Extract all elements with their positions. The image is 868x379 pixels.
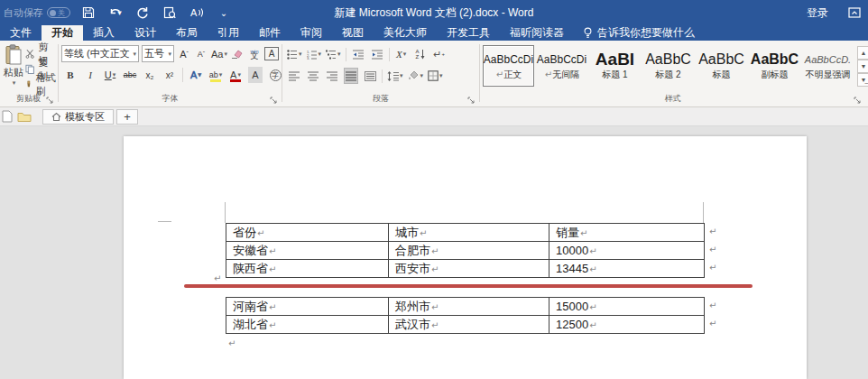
redo-icon[interactable]	[134, 4, 152, 22]
shrink-font-button[interactable]: Aˇ	[194, 46, 208, 62]
shading-button[interactable]: ▾	[408, 68, 424, 84]
table-cell[interactable]: 合肥市↵	[389, 242, 549, 260]
font-name-combo[interactable]: 等线 (中文正文▾	[61, 45, 139, 62]
tell-me-box[interactable]: 告诉我你想要做什么	[574, 25, 704, 41]
ribbon-display-options-icon[interactable]	[848, 7, 861, 18]
superscript-button[interactable]: x²	[162, 67, 177, 83]
table-sales-1[interactable]: 省份↵ 城市↵ 销量↵ 安徽省↵ 合肥市↵ 10000↵ 陕西省↵ 西安市↵ 1…	[226, 223, 705, 278]
style-subtitle[interactable]: AaBbC 副标题	[749, 45, 800, 87]
character-border-button[interactable]: A	[264, 47, 279, 60]
italic-button[interactable]: I	[83, 67, 97, 83]
change-case-button[interactable]: Aa▾	[211, 46, 227, 62]
tab-layout[interactable]: 布局	[166, 25, 208, 41]
show-hide-marks-button[interactable]: ↵+	[432, 46, 447, 62]
tab-references[interactable]: 引用	[208, 25, 249, 41]
clipboard-dialog-launcher-icon[interactable]	[46, 97, 54, 105]
styles-scroll-down-icon[interactable]: ▼	[857, 60, 868, 73]
text-effects-button[interactable]: A▾	[189, 67, 203, 83]
align-center-button[interactable]	[306, 68, 320, 84]
bullets-button[interactable]: ▾	[287, 46, 302, 62]
save-icon[interactable]	[79, 4, 97, 22]
new-tab-button[interactable]: +	[116, 109, 138, 125]
table-cell[interactable]: 12500↵	[549, 316, 705, 334]
tab-foxit-reader[interactable]: 福昕阅读器	[500, 25, 574, 41]
strikethrough-button[interactable]: abc	[123, 67, 137, 83]
style-heading2[interactable]: AaBbC 标题 2	[642, 45, 694, 87]
table-sales-2[interactable]: 河南省↵ 郑州市↵ 15000↵ 湖北省↵ 武汉市↵ 12500↵	[226, 297, 705, 334]
tab-developer[interactable]: 开发工具	[437, 25, 500, 41]
table-cell[interactable]: 河南省↵	[226, 298, 389, 316]
increase-indent-button[interactable]	[370, 46, 384, 62]
tab-view[interactable]: 视图	[332, 25, 374, 41]
asian-layout-button[interactable]: X▾	[394, 46, 409, 62]
styles-dialog-launcher-icon[interactable]	[854, 97, 862, 105]
tab-home[interactable]: 开始	[42, 25, 83, 41]
paragraph-dialog-launcher-icon[interactable]	[467, 97, 476, 105]
autosave-toggle[interactable]: 自动保存 关	[4, 6, 70, 20]
paste-dropdown-icon[interactable]: ▾	[13, 79, 16, 87]
table-cell[interactable]: 湖北省↵	[226, 316, 389, 334]
tab-mailings[interactable]: 邮件	[249, 25, 291, 41]
undo-dropdown-icon[interactable]: ▾	[117, 8, 122, 17]
table-cell[interactable]: 郑州市↵	[389, 298, 549, 316]
multilevel-list-button[interactable]: ▾	[326, 46, 341, 62]
phonetic-guide-button[interactable]: wén 文	[247, 46, 262, 62]
decrease-indent-button[interactable]	[351, 46, 365, 62]
table-cell[interactable]: 省份↵	[226, 224, 389, 242]
tab-insert[interactable]: 插入	[83, 25, 125, 41]
font-size-combo[interactable]: 五号▾	[142, 45, 174, 62]
table-cell[interactable]: 安徽省↵	[226, 242, 389, 260]
table-cell[interactable]: 陕西省↵	[226, 260, 389, 278]
clear-formatting-button[interactable]	[230, 46, 245, 62]
table-cell[interactable]: 10000↵	[549, 242, 705, 260]
sort-button[interactable]: AZ	[413, 46, 428, 62]
align-left-button[interactable]	[287, 68, 301, 84]
tab-beautify-master[interactable]: 美化大师	[374, 25, 437, 41]
document-area[interactable]: 省份↵ 城市↵ 销量↵ 安徽省↵ 合肥市↵ 10000↵ 陕西省↵ 西安市↵ 1…	[0, 126, 868, 379]
style-no-spacing[interactable]: AaBbCcDi ↵无间隔	[536, 45, 587, 87]
table-cell[interactable]: 西安市↵	[389, 260, 549, 278]
undo-icon[interactable]: ▾	[106, 4, 125, 22]
align-right-button[interactable]	[325, 68, 339, 84]
clipboard-icon	[5, 44, 23, 66]
style-title[interactable]: AaBbC 标题	[696, 45, 747, 87]
style-heading1[interactable]: AaBI 标题 1	[589, 45, 641, 87]
autosave-switch[interactable]: 关	[47, 7, 70, 18]
line-spacing-button[interactable]: ▾	[387, 68, 403, 84]
table-cell[interactable]: 武汉市↵	[389, 316, 549, 334]
borders-button[interactable]: ▾	[428, 68, 443, 84]
sign-in-button[interactable]: 登录	[807, 5, 828, 21]
numbering-button[interactable]: 1.2.3.▾	[307, 46, 322, 62]
new-document-icon[interactable]	[2, 110, 13, 123]
font-dialog-launcher-icon[interactable]	[270, 97, 278, 105]
table-cell[interactable]: 15000↵	[549, 298, 705, 316]
styles-more-icon[interactable]: ▼̲	[857, 73, 868, 87]
style-subtle-emphasis[interactable]: AaBbCcD. 不明显强调	[802, 45, 854, 87]
distribute-button[interactable]	[363, 68, 377, 84]
grow-font-button[interactable]: Aˆ	[177, 46, 191, 62]
table-cell[interactable]: 13445↵	[549, 260, 705, 278]
open-folder-icon[interactable]	[17, 111, 32, 123]
customize-qat-icon[interactable]: ⌄	[215, 4, 233, 22]
table-cell[interactable]: 销量↵	[549, 224, 705, 242]
tab-review[interactable]: 审阅	[291, 25, 332, 41]
justify-button[interactable]	[344, 68, 358, 84]
style-normal[interactable]: AaBbCcDi ↵正文	[483, 45, 534, 87]
doc-tab-template-zone[interactable]: 模板专区	[42, 109, 114, 125]
print-preview-icon[interactable]	[161, 4, 179, 22]
read-aloud-icon[interactable]: A	[188, 4, 206, 22]
font-color-button[interactable]: A▾	[228, 67, 243, 83]
bold-button[interactable]: B	[63, 67, 78, 83]
enclose-characters-button[interactable]: 字	[268, 67, 282, 83]
tab-design[interactable]: 设计	[125, 25, 166, 41]
format-painter-button[interactable]: 格式刷	[25, 77, 57, 92]
paste-button[interactable]: 粘贴 ▾	[0, 44, 27, 100]
styles-scroll-up-icon[interactable]: ▲	[857, 46, 868, 60]
underline-button[interactable]: U▾	[103, 67, 117, 83]
document-page[interactable]: 省份↵ 城市↵ 销量↵ 安徽省↵ 合肥市↵ 10000↵ 陕西省↵ 西安市↵ 1…	[124, 136, 807, 379]
table-cell[interactable]: 城市↵	[389, 224, 549, 242]
highlight-button[interactable]: ab▾	[208, 67, 223, 83]
subscript-button[interactable]: x₂	[143, 67, 157, 83]
tab-file[interactable]: 文件	[0, 25, 42, 41]
character-shading-button[interactable]: A	[248, 67, 263, 83]
